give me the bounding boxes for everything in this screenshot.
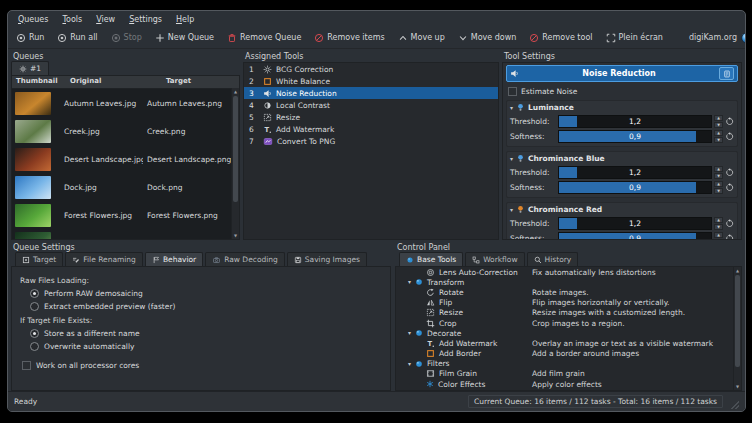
resize-grip[interactable] — [731, 401, 739, 409]
queue-settings-tab-saving-images[interactable]: Saving Images — [287, 252, 367, 266]
tool-item-add-watermark[interactable]: TAdd WatermarkOverlay an image or text a… — [396, 338, 741, 348]
tool-item-color-effects[interactable]: Color EffectsApply color effects — [396, 379, 741, 389]
toolbar-move-down-button[interactable]: Move down — [458, 33, 517, 43]
chrominance-blue-thresholdslider[interactable]: 1,2 — [558, 166, 712, 179]
toolbar-new-queue-button[interactable]: New Queue — [155, 33, 214, 43]
store-as-a-different-name-radio[interactable]: Store as a different name — [30, 329, 382, 338]
control-panel-vertical-scrollbar[interactable]: ▲ ▼ — [733, 267, 741, 390]
tool-item-flip[interactable]: FlipFlip images horizontally or vertical… — [396, 298, 741, 308]
tool-group-transform[interactable]: ▾Transform — [396, 277, 741, 287]
menu-view[interactable]: View — [96, 15, 115, 24]
spin-up-icon[interactable]: ▲ — [714, 115, 723, 121]
spinbox[interactable]: ▲▼ — [714, 115, 723, 128]
spin-down-icon[interactable]: ▼ — [714, 173, 723, 179]
spinbox[interactable]: ▲▼ — [714, 232, 723, 240]
queue-row[interactable]: Dock.jpgDock.png — [12, 173, 239, 201]
menu-tools[interactable]: Tools — [62, 15, 82, 24]
reset-button[interactable] — [725, 219, 734, 228]
assigned-tool-bcg-correction[interactable]: 1BCG Correction — [244, 63, 498, 75]
chrominance-red-softnessslider[interactable]: 0,9 — [558, 232, 712, 240]
menu-queues[interactable]: Queues — [18, 15, 48, 24]
scroll-up-icon[interactable]: ▲ — [233, 89, 238, 94]
tool-item-add-border[interactable]: Add BorderAdd a border around images — [396, 349, 741, 359]
queue-row[interactable]: Forest.jpgForest.png — [12, 229, 239, 239]
estimate-noise-checkbox[interactable] — [508, 87, 517, 96]
toolbar-remove-queue-button[interactable]: Remove Queue — [227, 33, 301, 43]
spin-down-icon[interactable]: ▼ — [714, 137, 723, 143]
tool-item-crop[interactable]: CropCrop images to a region. — [396, 318, 741, 328]
expand-arrow-icon[interactable]: ▾ — [408, 330, 411, 336]
toolbar-run-button[interactable]: Run — [16, 33, 44, 43]
section-chrominance-blue-header[interactable]: ▾Chrominance Blue — [510, 153, 734, 164]
spin-up-icon[interactable]: ▲ — [714, 181, 723, 187]
menu-settings[interactable]: Settings — [129, 15, 162, 24]
tool-item-resize[interactable]: ResizeResize images with a customized le… — [396, 308, 741, 318]
tool-item-rotate[interactable]: RotateRotate images. — [396, 287, 741, 297]
reset-button[interactable] — [725, 234, 734, 240]
spin-down-icon[interactable]: ▼ — [714, 122, 723, 128]
luminance-thresholdslider[interactable]: 1,2 — [558, 115, 712, 128]
queue-settings-tab-behavior[interactable]: Behavior — [145, 252, 203, 266]
spin-up-icon[interactable]: ▲ — [714, 217, 723, 223]
toolbar-remove-tool-button[interactable]: Remove tool — [529, 33, 592, 43]
spinbox[interactable]: ▲▼ — [714, 181, 723, 194]
chrominance-blue-softnessslider[interactable]: 0,9 — [558, 181, 712, 194]
scroll-up-icon[interactable]: ▲ — [735, 268, 740, 273]
chrominance-red-thresholdslider[interactable]: 1,2 — [558, 217, 712, 230]
section-luminance-header[interactable]: ▾Luminance — [510, 102, 734, 113]
extract-embedded-preview-faster-radio[interactable]: Extract embedded preview (faster) — [30, 302, 382, 311]
checkbox[interactable] — [22, 361, 31, 370]
column-header-thumbnail[interactable]: Thumbnail — [12, 76, 66, 88]
reset-button[interactable] — [725, 132, 734, 141]
queues-vertical-scrollbar[interactable]: ▲ ▼ — [231, 88, 239, 239]
tool-group-decorate[interactable]: ▾Decorate — [396, 328, 741, 338]
control-panel-tab-workflow[interactable]: Workflow — [465, 252, 524, 266]
work-on-all-processor-cores-checkbox[interactable]: Work on all processor cores — [22, 361, 382, 370]
queue-row[interactable]: Autumn Leaves.jpgAutumn Leaves.png — [12, 89, 239, 117]
luminance-softnessslider[interactable]: 0,9 — [558, 130, 712, 143]
assigned-tool-resize[interactable]: 5Resize — [244, 111, 498, 123]
expand-arrow-icon[interactable]: ▾ — [408, 279, 411, 285]
column-header-original[interactable]: Original — [66, 76, 162, 88]
scroll-down-icon[interactable]: ▼ — [735, 384, 740, 389]
queue-tab-1[interactable]: #1 — [11, 61, 49, 75]
spinbox[interactable]: ▲▼ — [714, 130, 723, 143]
section-chrominance-red-header[interactable]: ▾Chrominance Red — [510, 204, 734, 215]
expand-arrow-icon[interactable]: ▾ — [408, 361, 411, 367]
spin-down-icon[interactable]: ▼ — [714, 188, 723, 194]
reset-button[interactable] — [725, 183, 734, 192]
queue-row[interactable]: Desert Landscape.jpgDesert Landscape.png — [12, 145, 239, 173]
control-panel-tab-history[interactable]: History — [527, 252, 579, 266]
spin-down-icon[interactable]: ▼ — [714, 239, 723, 240]
toolbar-plein-cran-button[interactable]: Plein écran — [606, 33, 663, 43]
tool-item-film-grain[interactable]: Film GrainAdd film grain — [396, 369, 741, 379]
tool-item-lens-auto-correction[interactable]: Lens Auto-CorrectionFix automatically le… — [396, 267, 741, 277]
control-panel-tab-base-tools[interactable]: Base Tools — [399, 252, 463, 266]
queue-settings-tab-target[interactable]: Target — [15, 252, 63, 266]
spin-down-icon[interactable]: ▼ — [714, 224, 723, 230]
toolbar-move-up-button[interactable]: Move up — [398, 33, 445, 43]
reset-button[interactable] — [725, 117, 734, 126]
menu-help[interactable]: Help — [176, 15, 194, 24]
spinbox[interactable]: ▲▼ — [714, 166, 723, 179]
assigned-tool-noise-reduction[interactable]: 3Noise Reduction — [244, 87, 498, 99]
spinbox[interactable]: ▲▼ — [714, 217, 723, 230]
toolbar-remove-items-button[interactable]: Remove items — [314, 33, 384, 43]
radio-button[interactable] — [30, 302, 39, 311]
assigned-tool-local-contrast[interactable]: 4Local Contrast — [244, 99, 498, 111]
spin-up-icon[interactable]: ▲ — [714, 166, 723, 172]
tool-group-filters[interactable]: ▾Filters — [396, 359, 741, 369]
overwrite-automatically-radio[interactable]: Overwrite automatically — [30, 342, 382, 351]
scroll-down-icon[interactable]: ▼ — [233, 233, 238, 238]
column-header-target[interactable]: Target — [162, 76, 239, 88]
queue-settings-tab-file-renaming[interactable]: File Renaming — [65, 252, 143, 266]
tool-help-button[interactable] — [719, 67, 734, 80]
radio-button[interactable] — [30, 342, 39, 351]
radio-button[interactable] — [30, 329, 39, 338]
toolbar-run-all-button[interactable]: Run all — [57, 33, 97, 43]
reset-button[interactable] — [725, 168, 734, 177]
queue-row[interactable]: Creek.jpgCreek.png — [12, 117, 239, 145]
spin-up-icon[interactable]: ▲ — [714, 232, 723, 238]
estimate-noise-option[interactable]: Estimate Noise — [508, 87, 736, 96]
queue-settings-tab-raw-decoding[interactable]: Raw Decoding — [205, 252, 285, 266]
